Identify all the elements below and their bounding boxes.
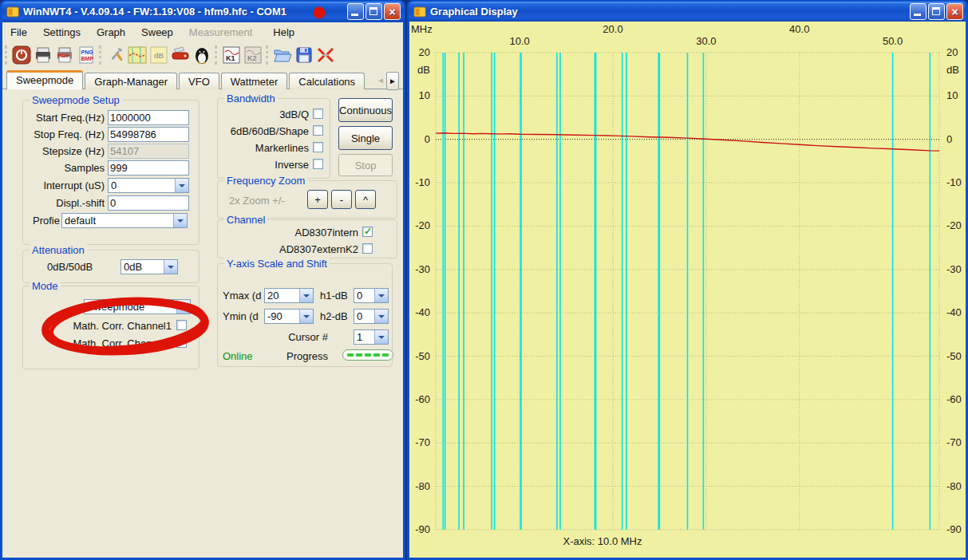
penguin-icon[interactable] [191, 45, 212, 66]
menu-help[interactable]: Help [265, 25, 302, 40]
ymin-combobox[interactable]: -90 [264, 309, 314, 324]
chevron-down-icon[interactable] [173, 214, 187, 227]
continuous-button[interactable]: Continuous [338, 98, 393, 122]
markerlines-label: Markerlines [219, 142, 309, 154]
h2-db-combobox[interactable]: 0 [354, 309, 389, 324]
tab-vfo[interactable]: VFO [179, 73, 219, 89]
math-corr-channel1-checkbox[interactable] [176, 320, 187, 330]
interrupt-label: Interrupt (uS) [43, 179, 105, 191]
db-scale-icon[interactable]: dB [148, 45, 169, 66]
menu-sweep[interactable]: Sweep [133, 25, 181, 40]
ymin-label: Ymin (d [223, 310, 263, 322]
bmp-badge: BMP [81, 56, 93, 61]
ad8307externk2-checkbox[interactable] [362, 243, 373, 254]
bandwidth-6db-label: 6dB/60dB/Shape [219, 125, 309, 137]
profile-label: Profie [33, 215, 60, 227]
app-icon [6, 6, 20, 18]
minimize-button[interactable] [347, 3, 364, 20]
single-button[interactable]: Single [338, 126, 393, 150]
inverse-checkbox[interactable] [313, 159, 323, 169]
stepsize-label: Stepsize (Hz) [42, 145, 105, 157]
menu-graph[interactable]: Graph [89, 25, 133, 40]
mode-combobox[interactable]: Sweepmode [84, 299, 191, 314]
zoom-minus-button[interactable]: - [331, 190, 352, 209]
chevron-down-icon[interactable] [175, 179, 188, 192]
screen: WinNWT4 - V.4.09.14 - FW:1.19:V08 - hfm9… [0, 0, 968, 560]
ad8307intern-label: AD8307intern [218, 227, 358, 239]
zoom-plus-button[interactable]: + [307, 190, 328, 209]
x-axis-tick: 20.0 [597, 23, 629, 35]
attenuation-combobox[interactable]: 0dB [121, 259, 178, 274]
chevron-down-icon[interactable] [299, 310, 313, 323]
toolbar-separator [215, 45, 217, 65]
progress-label: Progress [286, 350, 328, 362]
open-folder-icon[interactable] [271, 45, 293, 66]
bandwidth-6db-checkbox[interactable] [313, 125, 323, 136]
tab-scroll-left-icon[interactable]: ◄ [375, 72, 386, 89]
interrupt-combobox[interactable]: 0 [108, 178, 189, 193]
toolbar: PDF PNGBMP dB K1 K2 [2, 41, 403, 69]
knife-icon[interactable] [169, 45, 191, 66]
y-axis-tick-left: -50 [409, 350, 430, 362]
disconnect-icon[interactable] [314, 45, 336, 66]
y-axis-tick-right: -40 [946, 306, 962, 318]
chevron-down-icon[interactable] [164, 260, 177, 274]
y-axis-tick-left: 10 [409, 89, 430, 101]
math-corr-channel2-checkbox[interactable] [176, 337, 187, 348]
tools-icon[interactable] [105, 45, 126, 66]
chevron-down-icon[interactable] [374, 310, 388, 323]
chevron-down-icon[interactable] [299, 289, 313, 302]
math-corr-channel2-label: Math. Corr. Channel2 [23, 337, 172, 349]
print-icon[interactable] [32, 45, 53, 66]
stop-freq-input[interactable] [108, 127, 189, 142]
minimize-button[interactable] [910, 3, 927, 20]
sweep-graph-icon[interactable] [126, 45, 148, 66]
y-axis-tick-right: -80 [946, 480, 962, 492]
maximize-button[interactable] [928, 3, 945, 20]
cursor-combobox[interactable]: 1 [354, 329, 389, 345]
k1-badge: K1 [226, 54, 235, 62]
h1-db-combobox[interactable]: 0 [354, 288, 389, 303]
toolbar-grip [5, 45, 7, 65]
inverse-label: Inverse [219, 159, 309, 171]
ymax-combobox[interactable]: 20 [264, 288, 314, 303]
tab-calculations[interactable]: Calculations [289, 73, 365, 89]
save-icon[interactable] [293, 45, 314, 66]
y-axis-tick-right: -10 [946, 176, 962, 188]
menu-file[interactable]: File [2, 25, 35, 40]
stop-freq-label: Stop Freq. (Hz) [34, 128, 105, 140]
chevron-down-icon[interactable] [176, 300, 190, 314]
close-button[interactable]: × [946, 3, 963, 20]
y-axis-tick-right: -30 [946, 263, 962, 275]
exit-icon[interactable] [10, 45, 32, 66]
start-freq-input[interactable] [108, 110, 189, 125]
winnwt4-titlebar[interactable]: WinNWT4 - V.4.09.14 - FW:1.19:V08 - hfm9… [2, 2, 404, 22]
chevron-down-icon[interactable] [374, 289, 388, 302]
tab-sweepmode[interactable]: Sweepmode [6, 70, 83, 89]
profile-combobox[interactable]: default [61, 213, 188, 228]
export-image-icon[interactable]: PNGBMP [75, 45, 97, 66]
tab-scroll-right-icon[interactable]: ► [386, 72, 399, 90]
displ-shift-input[interactable] [108, 195, 189, 211]
calibrate-k1-icon[interactable]: K1 [220, 45, 242, 66]
bandwidth-3db-checkbox[interactable] [313, 108, 323, 119]
maximize-button[interactable] [365, 3, 382, 20]
y-axis-tick-left: -70 [409, 436, 430, 448]
zoom-caret-button[interactable]: ^ [355, 190, 376, 209]
progress-bar [342, 349, 393, 361]
graph-titlebar[interactable]: Graphical Display × [409, 2, 966, 22]
menu-settings[interactable]: Settings [35, 25, 89, 40]
math-corr-channel1-label: Math. Corr. Channel1 [23, 320, 172, 332]
close-button[interactable]: × [384, 3, 401, 20]
tab-wattmeter[interactable]: Wattmeter [221, 73, 287, 89]
samples-input[interactable] [108, 160, 189, 175]
ymax-label: Ymax (d [223, 290, 263, 302]
print-pdf-icon[interactable]: PDF [53, 45, 75, 66]
ad8307intern-checkbox[interactable] [362, 227, 373, 237]
markerlines-checkbox[interactable] [313, 142, 323, 152]
tab-graph-manager[interactable]: Graph-Manager [85, 73, 177, 89]
sweepmode-setup-group: Sweepmode Setup Start Freq.(Hz) Stop Fre… [22, 100, 200, 245]
calibrate-k2-icon[interactable]: K2 [242, 45, 263, 66]
chevron-down-icon[interactable] [374, 330, 388, 344]
y-axis-tick-right: -50 [946, 350, 962, 362]
